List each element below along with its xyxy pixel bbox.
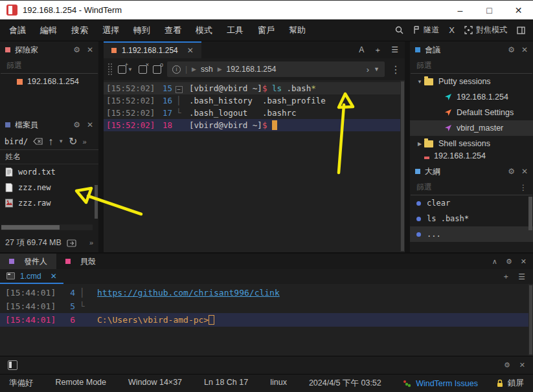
send-command-icon[interactable]: › [367, 65, 369, 74]
menu-item-搜索[interactable]: 搜索 [71, 25, 88, 36]
terminal-scrollbar[interactable] [400, 80, 405, 252]
toggle-panel-icon[interactable] [8, 360, 17, 370]
close-button[interactable]: ✕ [504, 1, 533, 19]
menu-item-模式[interactable]: 模式 [196, 25, 212, 36]
terminal-link[interactable]: https://github.com/chrisant996/clink [97, 288, 280, 298]
bar-settings-icon[interactable]: ⚙ [504, 361, 510, 369]
menu-item-工具[interactable]: 工具 [227, 25, 244, 36]
tab-list-icon[interactable]: ☰ [391, 45, 398, 54]
address-bar[interactable]: i | ▶ ssh ▶ 192.168.1.254 › ▼ [167, 61, 385, 77]
shell-new-tab-icon[interactable]: ＋ [502, 271, 510, 282]
outline-settings-icon[interactable]: ⚙ [508, 167, 515, 176]
fold-marker[interactable]: − [172, 83, 185, 93]
clear-path-icon[interactable] [33, 138, 43, 145]
refresh-icon[interactable]: ↻ [69, 135, 77, 147]
file-row[interactable]: word.txt [0, 164, 98, 180]
menu-item-窗戶[interactable]: 窗戶 [258, 25, 275, 36]
bottom-close-icon[interactable]: ✕ [521, 257, 527, 266]
session-info-icon[interactable]: i [172, 65, 181, 74]
outline-close-icon[interactable]: ✕ [521, 167, 528, 176]
host-crumb[interactable]: 192.168.1.254 [227, 65, 277, 74]
terminal-output[interactable]: [15:52:02]15−[vbird@vbird ~]$ ls .bash*[… [104, 80, 400, 252]
explorer-close-icon[interactable]: ✕ [87, 45, 93, 54]
sessions-filter-input[interactable]: 篩選 [411, 58, 532, 74]
menu-item-選擇[interactable]: 選擇 [102, 25, 119, 36]
outline-scrollbar[interactable] [528, 197, 532, 230]
minimize-button[interactable]: – [446, 1, 475, 19]
bottom-settings-icon[interactable]: ⚙ [506, 257, 512, 266]
session-tree-item[interactable]: ▶Shell sessions [410, 136, 533, 151]
cmd-tab[interactable]: 1.cmd ✕ [0, 269, 63, 284]
collapse-panel-icon[interactable]: ∧ [492, 257, 497, 266]
filer-horizontal-scrollbar[interactable] [1, 224, 93, 230]
session-tree-item[interactable]: Default Settings [410, 105, 533, 120]
cmd-tab-close-icon[interactable]: ✕ [51, 272, 57, 281]
filer-close-icon[interactable]: ✕ [87, 120, 93, 129]
tree-expander-icon[interactable]: ▼ [415, 79, 424, 85]
status-item[interactable]: linux [270, 378, 287, 389]
menu-item-會議[interactable]: 會議 [9, 25, 26, 36]
footer-more-icon[interactable]: » [89, 239, 93, 246]
close-session-button[interactable]: × [139, 65, 147, 74]
status-item[interactable]: 準備好 [9, 378, 34, 389]
bottom-tab-發件人[interactable]: 發件人 [0, 254, 56, 269]
outline-item[interactable]: ls .bash* [410, 211, 533, 226]
terminal-tab-close-icon[interactable]: ✕ [187, 46, 194, 55]
outline-more-icon[interactable]: ⋮ [519, 183, 527, 192]
menu-item-查看[interactable]: 查看 [164, 25, 181, 36]
bar-close-icon[interactable]: ✕ [519, 361, 525, 369]
status-item[interactable]: Window 14×37 [128, 378, 182, 389]
sessions-settings-icon[interactable]: ⚙ [508, 45, 515, 54]
tunnel-button[interactable]: 隧道 [413, 25, 439, 36]
path-dropdown-icon[interactable]: ▼ [58, 138, 63, 144]
font-size-button[interactable]: A [359, 45, 364, 54]
file-row[interactable]: zzz.raw [0, 195, 98, 211]
path-input[interactable]: bird/ [5, 137, 28, 146]
file-row[interactable]: zzz.new [0, 180, 98, 195]
maximize-button[interactable]: □ [475, 1, 504, 19]
shell-output[interactable]: [15:44:01]4│https://github.com/chrisant9… [0, 284, 528, 356]
status-item[interactable]: Remote Mode [56, 378, 107, 389]
menu-item-轉到[interactable]: 轉到 [133, 25, 150, 36]
new-session-button[interactable]: +▼ [118, 65, 133, 74]
explorer-host-item[interactable]: 192.168.1.254 [0, 74, 98, 89]
shell-scrollbar[interactable] [528, 284, 533, 356]
name-column-header[interactable]: 姓名 [0, 150, 98, 164]
x-server-button[interactable]: X [449, 25, 455, 35]
search-icon[interactable] [395, 26, 403, 34]
session-tree-item[interactable]: 192.168.1.254 [410, 89, 533, 105]
menu-item-編輯[interactable]: 編輯 [40, 25, 57, 36]
shell-tab-list-icon[interactable]: ☰ [518, 272, 525, 281]
sessions-close-icon[interactable]: ✕ [521, 45, 528, 54]
focus-mode-button[interactable]: 對焦模式 [464, 25, 507, 36]
toolbar-more-icon[interactable]: ⋮ [391, 63, 401, 76]
explorer-filter-input[interactable]: 篩選 [1, 58, 98, 74]
outline-item[interactable]: clear [410, 195, 533, 211]
menu-item-幫助[interactable]: 幫助 [289, 25, 306, 36]
explorer-settings-icon[interactable]: ⚙ [73, 45, 80, 54]
clone-session-button[interactable]: o [153, 65, 161, 74]
filer-vertical-scrollbar[interactable] [95, 185, 98, 219]
filer-more-icon[interactable]: » [82, 138, 86, 146]
status-item[interactable]: 2024/4/5 下午 03:52 [309, 378, 381, 389]
status-item[interactable]: Ln 18 Ch 17 [204, 378, 248, 389]
session-tree-item[interactable]: 192.168.1.254 [410, 151, 533, 159]
fold-collapse-icon[interactable]: − [176, 86, 183, 93]
toolbar-grip-handle[interactable] [108, 63, 112, 76]
outline-item[interactable]: ... [410, 226, 533, 242]
open-folder-icon[interactable] [67, 239, 77, 247]
bottom-tab-貝殼[interactable]: 貝殼 [56, 254, 105, 269]
filer-settings-icon[interactable]: ⚙ [73, 120, 80, 129]
lock-screen-button[interactable]: 鎖屏 [496, 378, 524, 389]
protocol-crumb[interactable]: ssh [201, 65, 213, 74]
terminal-tab[interactable]: 1.192.168.1.254 ✕ [104, 41, 201, 58]
outline-filter-input[interactable]: 篩選 [416, 182, 432, 193]
address-dropdown-icon[interactable]: ▼ [374, 66, 380, 72]
windterm-issues-link[interactable]: WindTerm Issues [403, 379, 478, 388]
new-tab-button[interactable]: ＋ [374, 45, 381, 56]
session-tree-item[interactable]: vbird_master [410, 120, 533, 136]
tree-expander-icon[interactable]: ▶ [415, 141, 424, 147]
layout-icon[interactable] [517, 27, 525, 34]
up-directory-icon[interactable]: ↑ [48, 136, 53, 147]
session-tree-item[interactable]: ▼Putty sessions [410, 74, 533, 89]
